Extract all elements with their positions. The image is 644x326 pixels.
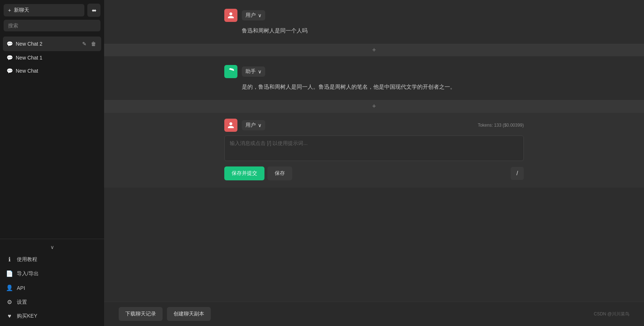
input-inner: 用户 ∨ Tokens: 133 ($0.00399) 保存并提交 保存 / — [210, 119, 538, 180]
sidebar: + 新聊天 ⬌ 💬 New Chat 2 ✎ 🗑 💬 New Chat 1 💬 … — [0, 0, 104, 326]
message-block-user: 用户 ∨ 鲁迅和周树人是同一个人吗 — [104, 0, 644, 44]
input-actions: 保存并提交 保存 / — [224, 166, 524, 180]
plus-icon: + — [8, 7, 11, 13]
chat-bubble-icon: 💬 — [7, 41, 13, 47]
chat-item-label-2: New Chat — [16, 68, 98, 74]
copy-chat-button[interactable]: 创建聊天副本 — [167, 307, 211, 321]
chat-messages: 用户 ∨ 鲁迅和周树人是同一个人吗 + 助手 ∨ — [104, 0, 644, 302]
assistant-message-content: 是的，鲁迅和周树人是同一人。鲁迅是周树人的笔名，他是中国现代文学的开创者之一。 — [224, 83, 524, 91]
api-label: API — [17, 285, 25, 291]
assistant-role-label: 助手 — [245, 68, 256, 75]
sidebar-item-buy-key[interactable]: ♥ 购买KEY — [0, 309, 104, 323]
save-submit-button[interactable]: 保存并提交 — [224, 166, 264, 180]
sidebar-item-settings[interactable]: ⚙ 设置 — [0, 295, 104, 309]
message-header-user: 用户 ∨ — [224, 9, 524, 22]
chat-item-label-1: New Chat 1 — [16, 55, 98, 61]
import-export-label: 导入/导出 — [17, 271, 39, 277]
info-icon: ℹ — [6, 256, 13, 263]
add-circle-icon-1: + — [372, 46, 376, 54]
tutorial-label: 使用教程 — [17, 256, 37, 263]
avatar-user — [224, 9, 237, 22]
input-block: 用户 ∨ Tokens: 133 ($0.00399) 保存并提交 保存 / — [104, 112, 644, 188]
user-message-content: 鲁迅和周树人是同一个人吗 — [224, 26, 524, 35]
input-avatar-user — [224, 119, 237, 132]
input-role-label: 用户 — [245, 122, 256, 129]
save-button[interactable]: 保存 — [267, 166, 292, 180]
chat-item-new-chat-1[interactable]: 💬 New Chat 1 — [3, 51, 101, 64]
new-chat-button[interactable]: + 新聊天 — [4, 4, 84, 16]
chevron-down-icon-3: ∨ — [258, 122, 262, 128]
chat-list: 💬 New Chat 2 ✎ 🗑 💬 New Chat 1 💬 New Chat — [0, 35, 104, 239]
chat-item-actions: ✎ 🗑 — [81, 40, 98, 47]
add-circle-icon-2: + — [372, 103, 376, 110]
chat-bubble-icon-2: 💬 — [7, 68, 13, 74]
search-area — [0, 20, 104, 35]
bottom-bar-buttons: 下载聊天记录 创建聊天副本 — [119, 307, 211, 321]
main-content: 用户 ∨ 鲁迅和周树人是同一个人吗 + 助手 ∨ — [104, 0, 644, 326]
bottom-bar: 下载聊天记录 创建聊天副本 CSDN @川川菜鸟 — [104, 302, 644, 326]
sidebar-bottom: ∨ ℹ 使用教程 📄 导入/导出 👤 API ⚙ 设置 ♥ 购买KEY — [0, 239, 104, 326]
watermark: CSDN @川川菜鸟 — [594, 311, 629, 317]
token-count: Tokens: 133 ($0.00399) — [478, 123, 524, 128]
sidebar-item-api[interactable]: 👤 API — [0, 281, 104, 295]
user-role-label: 用户 — [245, 12, 256, 19]
edit-chat-button[interactable]: ✎ — [81, 40, 88, 47]
user-role-dropdown[interactable]: 用户 ∨ — [242, 10, 265, 20]
chat-item-new-chat[interactable]: 💬 New Chat — [3, 64, 101, 77]
buy-key-label: 购买KEY — [17, 313, 37, 319]
delete-chat-button[interactable]: 🗑 — [89, 40, 98, 47]
message-block-assistant: 助手 ∨ 是的，鲁迅和周树人是同一人。鲁迅是周树人的笔名，他是中国现代文学的开创… — [104, 56, 644, 100]
input-header: 用户 ∨ Tokens: 133 ($0.00399) — [224, 119, 524, 132]
input-buttons-left: 保存并提交 保存 — [224, 166, 292, 180]
avatar-assistant — [224, 65, 237, 78]
chat-item-label: New Chat 2 — [16, 41, 78, 47]
chat-bubble-icon-1: 💬 — [7, 55, 13, 61]
person-icon: 👤 — [6, 284, 13, 291]
import-export-button[interactable]: ⬌ — [87, 4, 100, 17]
gear-icon: ⚙ — [6, 299, 13, 306]
import-icon: ⬌ — [92, 7, 96, 14]
sidebar-top: + 新聊天 ⬌ — [0, 0, 104, 20]
heart-icon: ♥ — [6, 313, 13, 319]
settings-label: 设置 — [17, 299, 27, 306]
slash-button[interactable]: / — [511, 167, 524, 180]
file-icon: 📄 — [6, 270, 13, 277]
collapse-button[interactable]: ∨ — [0, 242, 104, 252]
assistant-role-dropdown[interactable]: 助手 ∨ — [242, 66, 265, 77]
chevron-down-icon-2: ∨ — [258, 69, 262, 74]
input-role-area: 用户 ∨ — [224, 119, 265, 132]
add-message-button-2[interactable]: + — [104, 100, 644, 112]
new-chat-label: 新聊天 — [14, 7, 29, 14]
sidebar-item-tutorial[interactable]: ℹ 使用教程 — [0, 252, 104, 266]
chat-item-new-chat-2[interactable]: 💬 New Chat 2 ✎ 🗑 — [3, 37, 101, 51]
input-role-dropdown[interactable]: 用户 ∨ — [242, 120, 265, 130]
message-inner-assistant: 助手 ∨ 是的，鲁迅和周树人是同一人。鲁迅是周树人的笔名，他是中国现代文学的开创… — [210, 65, 538, 91]
message-input[interactable] — [224, 135, 524, 161]
message-header-assistant: 助手 ∨ — [224, 65, 524, 78]
chevron-down-icon: ∨ — [258, 12, 262, 18]
sidebar-item-import-export[interactable]: 📄 导入/导出 — [0, 266, 104, 281]
search-input[interactable] — [4, 20, 100, 31]
message-inner-user: 用户 ∨ 鲁迅和周树人是同一个人吗 — [210, 9, 538, 35]
add-message-button-1[interactable]: + — [104, 44, 644, 56]
download-chat-button[interactable]: 下载聊天记录 — [119, 307, 163, 321]
